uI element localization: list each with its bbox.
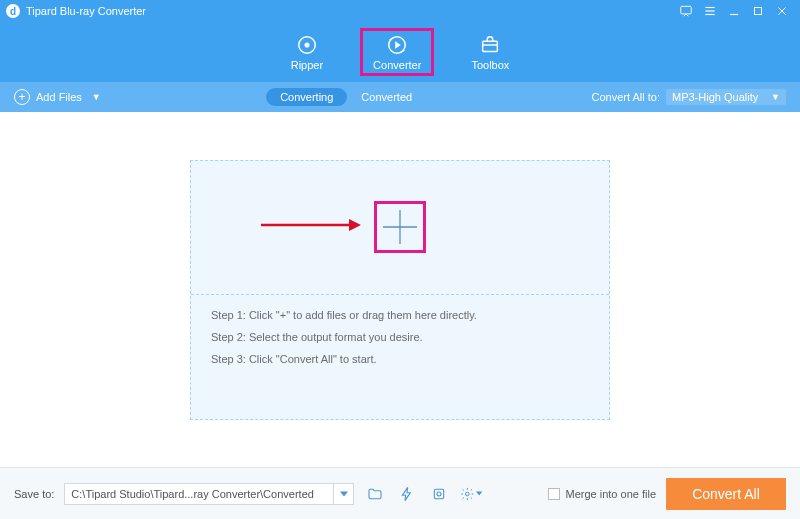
instruction-step-2: Step 2: Select the output format you des… [211, 331, 589, 343]
output-format-value: MP3-High Quality [672, 91, 758, 103]
tab-toolbox[interactable]: Toolbox [461, 31, 519, 73]
feedback-icon[interactable] [674, 1, 698, 21]
tab-converting[interactable]: Converting [266, 88, 347, 106]
add-files-button[interactable]: + Add Files ▼ [14, 89, 101, 105]
maximize-button[interactable] [746, 1, 770, 21]
svg-marker-15 [349, 219, 361, 231]
svg-rect-12 [483, 41, 498, 51]
app-header: d Tipard Blu-ray Converter Ripper [0, 0, 800, 82]
save-path-value: C:\Tipard Studio\Tipard...ray Converter\… [65, 488, 333, 500]
title-bar: d Tipard Blu-ray Converter [0, 0, 800, 22]
svg-marker-11 [395, 41, 401, 48]
svg-point-20 [437, 492, 441, 496]
svg-rect-0 [681, 6, 692, 14]
chevron-down-icon: ▼ [771, 92, 780, 102]
convert-all-button[interactable]: Convert All [666, 478, 786, 510]
drop-zone-upper [191, 161, 609, 295]
svg-point-9 [305, 43, 309, 47]
add-files-label: Add Files [36, 91, 82, 103]
menu-icon[interactable] [698, 1, 722, 21]
close-button[interactable] [770, 1, 794, 21]
plus-circle-icon: + [14, 89, 30, 105]
svg-marker-22 [476, 492, 482, 496]
tab-label: Toolbox [471, 59, 509, 71]
main-tabs: Ripper Converter Toolbox [0, 22, 800, 82]
output-format-select[interactable]: MP3-High Quality ▼ [666, 89, 786, 105]
convert-all-button-label: Convert All [692, 486, 760, 502]
tab-converted[interactable]: Converted [347, 88, 426, 106]
footer-bar: Save to: C:\Tipard Studio\Tipard...ray C… [0, 467, 800, 519]
save-path-dropdown[interactable] [333, 484, 353, 504]
svg-marker-18 [340, 491, 348, 496]
checkbox-icon [548, 488, 560, 500]
tab-ripper[interactable]: Ripper [281, 31, 333, 73]
toolbox-icon [478, 33, 502, 57]
drop-zone[interactable]: Step 1: Click "+" to add files or drag t… [190, 160, 610, 420]
minimize-button[interactable] [722, 1, 746, 21]
gpu-icon[interactable] [428, 483, 450, 505]
tab-label: Ripper [291, 59, 323, 71]
svg-rect-19 [435, 489, 444, 498]
instruction-step-3: Step 3: Click "Convert All" to start. [211, 353, 589, 365]
status-tabs: Converting Converted [266, 88, 426, 106]
settings-icon[interactable] [460, 483, 482, 505]
open-folder-icon[interactable] [364, 483, 386, 505]
convert-all-label: Convert All to: [592, 91, 660, 103]
merge-label: Merge into one file [566, 488, 657, 500]
hardware-accel-icon[interactable] [396, 483, 418, 505]
sub-toolbar: + Add Files ▼ Converting Converted Conve… [0, 82, 800, 112]
save-path-field[interactable]: C:\Tipard Studio\Tipard...ray Converter\… [64, 483, 354, 505]
save-to-label: Save to: [14, 488, 54, 500]
tab-converter[interactable]: Converter [363, 31, 431, 73]
convert-icon [385, 33, 409, 57]
disc-icon [295, 33, 319, 57]
instruction-step-1: Step 1: Click "+" to add files or drag t… [211, 309, 589, 321]
svg-rect-5 [755, 8, 762, 15]
annotation-arrow [261, 215, 361, 239]
tab-label: Converter [373, 59, 421, 71]
merge-checkbox[interactable]: Merge into one file [548, 488, 657, 500]
main-area: Step 1: Click "+" to add files or drag t… [0, 112, 800, 467]
svg-point-21 [466, 492, 470, 496]
add-files-plus-button[interactable] [377, 204, 423, 250]
app-title: Tipard Blu-ray Converter [26, 5, 146, 17]
app-logo: d [6, 4, 20, 18]
chevron-down-icon: ▼ [92, 92, 101, 102]
convert-all-format: Convert All to: MP3-High Quality ▼ [592, 89, 786, 105]
instructions: Step 1: Click "+" to add files or drag t… [191, 295, 609, 418]
